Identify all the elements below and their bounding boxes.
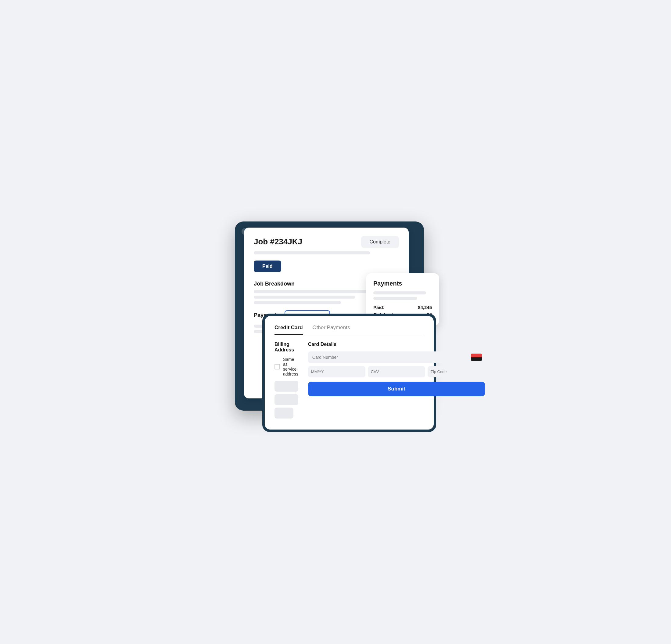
skeleton-4 [254,301,341,304]
expiry-input[interactable] [308,366,365,377]
tab-other-payments[interactable]: Other Payments [313,325,350,334]
job-title: Job #234JKJ [254,237,302,247]
card-details-col: Card Details Submit [308,342,485,421]
popup-skeleton-1 [373,291,426,294]
paid-badge: Paid [254,261,281,272]
billing-col: Billing Address Same as service address [275,342,298,421]
card-brand-icon [471,354,482,361]
complete-button[interactable]: Complete [361,236,399,248]
same-address-label: Same as service address [283,357,298,377]
card-icon-bottom [471,357,482,361]
submit-button[interactable]: Submit [308,382,485,396]
form-columns: Billing Address Same as service address … [275,342,424,421]
paid-label: Paid: [373,305,384,310]
billing-skeleton-2 [275,394,298,405]
card-icon-top [471,354,482,357]
tab-credit-card[interactable]: Credit Card [275,325,303,334]
card-number-wrapper [308,351,485,363]
zip-input[interactable] [428,366,485,377]
billing-skeleton-1 [275,381,298,392]
cvv-input[interactable] [368,366,425,377]
payment-tabs: Credit Card Other Payments [275,325,424,335]
popup-skeleton-2 [373,297,417,300]
billing-skeleton-3 [275,407,293,419]
same-address-checkbox[interactable] [275,364,280,369]
billing-section-title: Billing Address [275,342,298,353]
skeleton-1 [254,251,370,254]
payment-form-inner: Credit Card Other Payments Billing Addre… [265,316,434,430]
popup-title: Payments [373,280,432,287]
card-extra-inputs [308,366,485,377]
skeleton-2 [254,290,384,293]
skeleton-3 [254,295,355,299]
payment-form-outer: Credit Card Other Payments Billing Addre… [262,314,436,432]
job-header: Job #234JKJ Complete [254,236,399,248]
paid-row: Paid: $4,245 [373,305,432,310]
card-details-title: Card Details [308,342,485,347]
same-address-row: Same as service address [275,357,298,377]
paid-value: $4,245 [418,305,432,310]
card-number-input[interactable] [308,351,485,363]
scene: Job #234JKJ Complete Paid Job Breakdown … [226,212,445,432]
